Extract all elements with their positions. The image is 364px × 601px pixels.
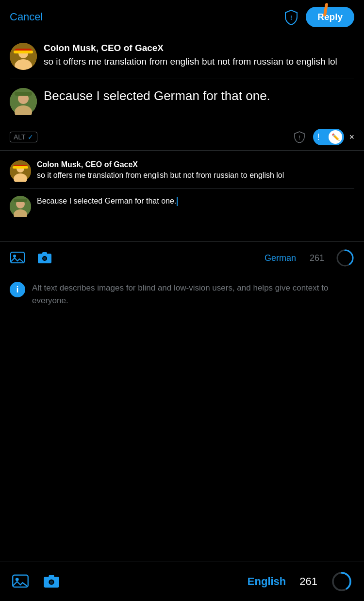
- close-toggle-icon[interactable]: ×: [349, 132, 354, 142]
- char-count-bottom: 261: [299, 575, 317, 588]
- svg-rect-15: [13, 166, 28, 169]
- main-bottom-bar: English 261: [0, 562, 364, 601]
- shield-icon: !: [283, 9, 299, 25]
- image-icon-bottom[interactable]: [12, 573, 29, 590]
- preview-avatar-colon: [10, 160, 31, 182]
- svg-rect-19: [14, 199, 27, 202]
- tweet1-username: Colon Musk, CEO of GaceX: [44, 43, 354, 53]
- image-icon-toolbar[interactable]: [10, 250, 25, 266]
- shield-small-icon: !: [294, 131, 305, 143]
- camera-icon-toolbar[interactable]: [37, 250, 52, 266]
- svg-text:!: !: [299, 135, 300, 140]
- svg-point-21: [13, 255, 16, 258]
- preview-reply-text: Because I selected German for that one.: [37, 196, 178, 206]
- svg-point-32: [50, 581, 53, 584]
- text-cursor: [177, 197, 178, 206]
- progress-circle-bottom: [331, 571, 352, 592]
- info-icon: i: [10, 282, 25, 297]
- language-label-bottom[interactable]: English: [248, 575, 286, 588]
- preview-avatar-image-1: [10, 160, 31, 182]
- toolbar-row: ALT ✓ ! ✏️ ! ×: [0, 124, 364, 151]
- camera-icon-bottom[interactable]: [43, 573, 60, 590]
- header: Cancel ! Reply: [0, 0, 364, 34]
- preview-tweet1-text: so it offers me translation from english…: [37, 170, 354, 181]
- svg-point-29: [16, 578, 19, 581]
- pencil-icon: ✏️: [331, 133, 340, 141]
- svg-rect-25: [42, 252, 47, 255]
- preview-section: Colon Musk, CEO of GaceX so it offers me…: [0, 151, 364, 227]
- svg-point-24: [43, 257, 46, 260]
- char-count-toolbar: 261: [310, 253, 324, 263]
- svg-rect-5: [14, 51, 33, 53]
- preview-avatar-image-2: [10, 196, 31, 217]
- alt-checkmark: ✓: [28, 133, 33, 141]
- info-text: Alt text describes images for blind and …: [32, 282, 354, 307]
- preview-reply: Because I selected German for that one.: [10, 191, 354, 222]
- toggle-knob: ✏️: [329, 130, 342, 144]
- preview-divider: [10, 189, 354, 189]
- preview-tweet1: Colon Musk, CEO of GaceX so it offers me…: [10, 155, 354, 187]
- bottom-toolbar: German 261: [0, 241, 364, 274]
- preview-tweet1-username: Colon Musk, CEO of GaceX: [37, 160, 354, 169]
- tweet2-text: Because I selected German for that one.: [44, 88, 354, 104]
- preview-tweet2-text-span: Because I selected German for that one.: [37, 197, 176, 205]
- progress-circle-toolbar: [336, 249, 354, 267]
- tweet1-text: so it offers me translation from english…: [44, 55, 354, 69]
- tweet1-content: Colon Musk, CEO of GaceX so it offers me…: [44, 43, 354, 69]
- avatar-colon-musk: [10, 43, 37, 70]
- exclaim-small: !: [317, 132, 319, 142]
- preview-avatar-reply: [10, 196, 31, 217]
- svg-text:!: !: [290, 14, 292, 21]
- alt-label: ALT: [14, 133, 26, 141]
- reply-button[interactable]: Reply: [306, 7, 354, 27]
- avatar-image: [10, 43, 37, 70]
- svg-rect-9: [15, 92, 32, 96]
- reply-tweet-section: Because I selected German for that one.: [0, 79, 364, 124]
- toggle-container[interactable]: ✏️ ! ×: [313, 129, 354, 145]
- avatar-reply-image: [10, 88, 37, 115]
- header-right: ! Reply: [283, 7, 354, 27]
- alt-badge[interactable]: ALT ✓: [10, 132, 37, 142]
- toggle-switch[interactable]: ✏️ !: [313, 129, 344, 145]
- cancel-button[interactable]: Cancel: [10, 11, 43, 23]
- svg-rect-33: [49, 575, 54, 578]
- avatar-reply-user: [10, 88, 37, 115]
- preview-reply-content: Because I selected German for that one.: [37, 196, 178, 206]
- original-tweet: Colon Musk, CEO of GaceX so it offers me…: [0, 34, 364, 79]
- language-label-toolbar[interactable]: German: [265, 253, 296, 263]
- preview-tweet1-content: Colon Musk, CEO of GaceX so it offers me…: [37, 160, 354, 181]
- info-box: i Alt text describes images for blind an…: [0, 274, 364, 314]
